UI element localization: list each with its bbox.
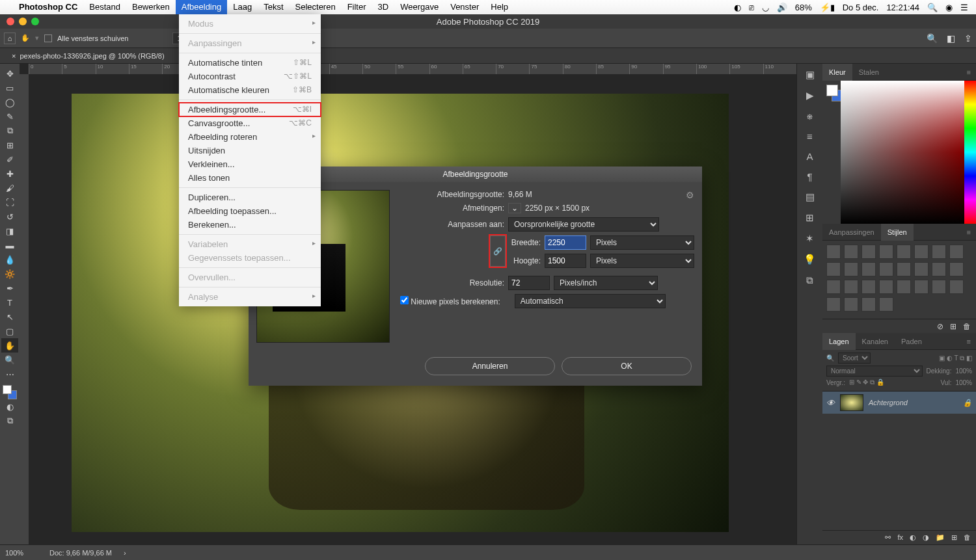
status-arrow-icon[interactable]: › <box>124 549 126 557</box>
layers-panel-icon[interactable]: ⧉ <box>806 274 813 286</box>
menu-item[interactable]: Autocontrast⌥⇧⌘L <box>179 70 321 83</box>
layer-row[interactable]: 👁 Achtergrond 🔒 <box>822 392 976 414</box>
menu-laag[interactable]: Laag <box>227 0 258 14</box>
info-panel-icon[interactable]: ▤ <box>806 191 815 203</box>
tab-kleur[interactable]: Kleur <box>822 64 852 81</box>
tab-lagen[interactable]: Lagen <box>822 333 856 350</box>
cancel-button[interactable]: Annuleren <box>425 357 555 375</box>
style-swatch[interactable] <box>914 245 929 259</box>
history-panel-icon[interactable]: ▣ <box>806 69 815 81</box>
dialog-gear-icon[interactable]: ⚙ <box>686 190 694 200</box>
style-swatch[interactable] <box>932 262 946 276</box>
layers-panel-menu-icon[interactable]: ≡ <box>967 338 976 345</box>
menu-item[interactable]: Canvasgrootte...⌥⌘C <box>179 116 321 130</box>
layer-thumbnail[interactable] <box>840 394 863 411</box>
style-swatch[interactable] <box>914 280 929 294</box>
screen-mode-toggle[interactable]: ⧉ <box>1 414 18 428</box>
airplay-icon[interactable]: ⎚ <box>749 3 754 12</box>
layer-visibility-icon[interactable]: 👁 <box>826 398 835 408</box>
menu-weergave[interactable]: Weergave <box>394 0 444 14</box>
swatches-panel-icon[interactable]: ⊞ <box>806 212 814 224</box>
close-tab-icon[interactable]: × <box>12 52 16 60</box>
status-zoom[interactable]: 100% <box>5 549 38 557</box>
resolution-input[interactable] <box>508 276 550 290</box>
new-layer-icon[interactable]: ⊞ <box>951 533 957 542</box>
style-swatch[interactable] <box>914 262 929 276</box>
dimensions-dropdown-icon[interactable]: ⌄ <box>508 203 521 213</box>
healing-tool[interactable]: ✚ <box>1 167 18 181</box>
menu-item[interactable]: Verkleinen... <box>179 157 321 171</box>
layer-mask-icon[interactable]: ◐ <box>910 533 916 542</box>
style-swatch[interactable] <box>826 262 841 276</box>
tab-stalen[interactable]: Stalen <box>852 64 886 81</box>
move-tool[interactable]: ✥ <box>1 66 18 81</box>
styles-clear-icon[interactable]: ⊘ <box>937 322 943 330</box>
workspace-icon[interactable]: ◧ <box>947 33 955 44</box>
home-button[interactable]: ⌂ <box>4 33 16 44</box>
height-input[interactable] <box>545 254 586 268</box>
menu-item[interactable]: Afbeelding roteren <box>179 130 321 144</box>
hand-tool-icon[interactable]: ✋ <box>21 34 30 42</box>
notification-center-icon[interactable]: ☰ <box>960 3 968 12</box>
volume-icon[interactable]: 🔊 <box>777 3 787 12</box>
shape-tool[interactable]: ▢ <box>1 324 18 338</box>
adjust-panel-menu-icon[interactable]: ≡ <box>967 228 976 236</box>
resample-method-select[interactable]: Automatisch <box>515 294 666 308</box>
style-swatch[interactable] <box>879 262 893 276</box>
menu-item[interactable]: Uitsnijden <box>179 144 321 157</box>
width-input[interactable] <box>545 235 586 250</box>
width-unit-select[interactable]: Pixels <box>590 235 694 250</box>
eraser-tool[interactable]: ◨ <box>1 224 18 238</box>
style-swatch[interactable] <box>861 245 876 259</box>
style-swatch[interactable] <box>861 262 876 276</box>
tab-stijlen[interactable]: Stijlen <box>881 224 914 241</box>
libraries-panel-icon[interactable]: ✶ <box>806 233 814 245</box>
menu-bestand[interactable]: Bestand <box>83 0 126 14</box>
glyphs-panel-icon[interactable]: A <box>806 151 813 162</box>
search-icon[interactable]: 🔍 <box>927 33 938 44</box>
frame-tool[interactable]: ⊞ <box>1 138 18 152</box>
style-swatch[interactable] <box>879 245 893 259</box>
color-picker-panel[interactable] <box>822 81 976 224</box>
edit-toolbar[interactable]: ⋯ <box>1 367 18 381</box>
style-swatch[interactable] <box>932 245 946 259</box>
menu-item[interactable]: Dupliceren... <box>179 191 321 204</box>
layer-fx-icon[interactable]: fx <box>897 533 903 542</box>
hand-tool[interactable]: ✋ <box>1 338 18 353</box>
lock-icons[interactable]: ⊞ ✎ ✥ ⧉ 🔒 <box>849 379 884 386</box>
style-swatch[interactable] <box>949 280 964 294</box>
scroll-all-checkbox[interactable] <box>44 34 52 42</box>
wifi-icon[interactable]: ◡ <box>762 3 769 12</box>
style-swatch[interactable] <box>897 280 911 294</box>
app-name[interactable]: Photoshop CC <box>13 0 83 14</box>
style-swatch[interactable] <box>861 280 876 294</box>
styles-trash-icon[interactable]: 🗑 <box>963 322 971 330</box>
style-swatch[interactable] <box>844 262 858 276</box>
layer-lock-icon[interactable]: 🔒 <box>963 399 972 407</box>
hue-slider[interactable] <box>964 81 976 224</box>
crop-tool[interactable]: ⧉ <box>1 124 18 138</box>
siri-icon[interactable]: ◉ <box>945 3 953 12</box>
style-swatch[interactable] <box>897 262 911 276</box>
layer-filter-select[interactable]: Soort <box>838 353 871 364</box>
style-swatch[interactable] <box>949 262 964 276</box>
menu-item[interactable]: Berekenen... <box>179 218 321 232</box>
status-doc-size[interactable]: Doc: 9,66 M/9,66 M <box>49 549 112 557</box>
dodge-tool[interactable]: 🔆 <box>1 267 18 281</box>
style-swatch[interactable] <box>932 280 946 294</box>
menubar-date[interactable]: Do 5 dec. <box>843 3 879 12</box>
menu-filter[interactable]: Filter <box>342 0 372 14</box>
path-select-tool[interactable]: ↖ <box>1 310 18 324</box>
menu-selecteren[interactable]: Selecteren <box>290 0 342 14</box>
gradient-tool[interactable]: ▬ <box>1 238 18 252</box>
style-swatch[interactable] <box>844 245 858 259</box>
stamp-tool[interactable]: ⛶ <box>1 195 18 209</box>
color-panel-menu-icon[interactable]: ≡ <box>967 68 976 76</box>
height-unit-select[interactable]: Pixels <box>590 254 694 268</box>
style-swatch[interactable] <box>879 297 893 312</box>
menu-tekst[interactable]: Tekst <box>258 0 289 14</box>
style-swatch[interactable] <box>861 297 876 312</box>
learn-panel-icon[interactable]: 💡 <box>804 254 816 265</box>
opacity-value[interactable]: 100% <box>955 367 972 375</box>
layer-name[interactable]: Achtergrond <box>869 399 908 407</box>
